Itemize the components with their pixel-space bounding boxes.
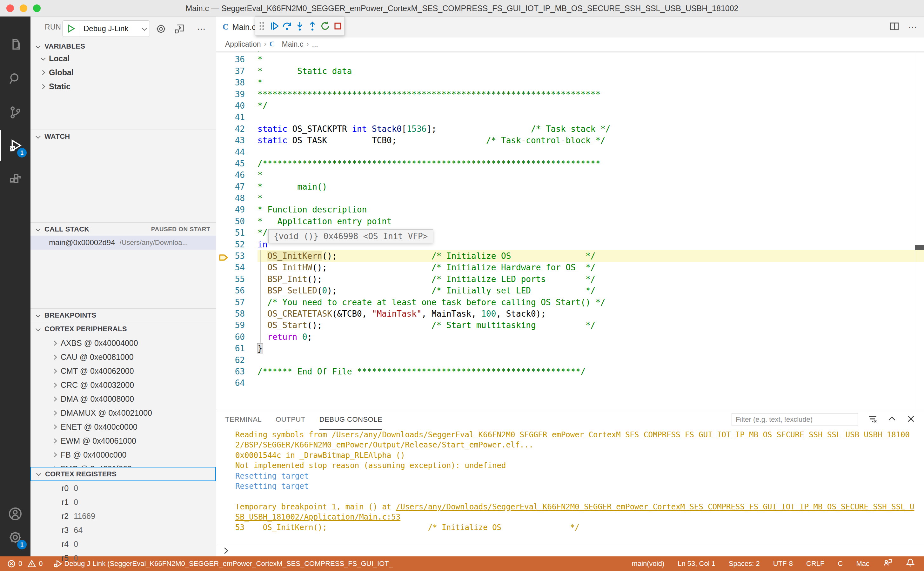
step-over-icon[interactable] [281,17,293,35]
line-number[interactable]: 38 [216,77,245,88]
register-row[interactable]: r00 [31,481,216,495]
notifications-bell-icon[interactable] [905,558,915,569]
line-number[interactable]: 60 [216,331,245,343]
eol-status[interactable]: CRLF [806,560,824,568]
views-more-actions[interactable]: ⋯ [195,22,208,35]
register-row[interactable]: r50 [31,551,216,565]
line-number[interactable]: 41 [216,111,245,123]
overview-ruler[interactable] [915,51,924,409]
register-row[interactable]: r40 [31,537,216,551]
variables-section-header[interactable]: VARIABLES [31,40,216,53]
launch-settings-gear-icon[interactable] [154,22,168,35]
code-line[interactable]: 45/*************************************… [216,158,924,169]
code-line[interactable]: 38* [216,77,924,88]
code-line[interactable]: 36* [216,54,924,65]
code-line[interactable]: 55 BSP_Init(); /* Initialize LED ports *… [216,273,924,285]
line-number[interactable]: 51 [216,227,245,239]
line-number[interactable]: 64 [216,377,245,389]
line-number[interactable]: 44 [216,147,245,158]
explorer-icon[interactable] [0,30,31,60]
peripheral-item[interactable]: FB @ 0x4000c000 [31,448,216,462]
line-number[interactable]: 43 [216,135,245,146]
line-number[interactable]: 47 [216,181,245,193]
code-line[interactable]: 61} [216,343,924,354]
settings-gear-icon[interactable]: 1 [0,522,31,552]
code-line[interactable]: 57 /* You need to create at least one ta… [216,296,924,308]
breadcrumb-file[interactable]: Main.c [282,40,303,49]
call-stack-frame-main[interactable]: main@0x00002d94 /Users/any/Downloa... [31,236,216,250]
tab-debug-console[interactable]: DEBUG CONSOLE [319,409,382,430]
code-line[interactable]: 42static OS_STACKPTR int Stack0[1536]; /… [216,123,924,135]
editor-more-actions[interactable]: ⋯ [908,22,918,32]
register-row[interactable]: r364 [31,523,216,537]
run-and-debug-icon[interactable]: 1 [0,130,31,161]
extensions-icon[interactable] [0,165,31,195]
code-line[interactable]: 46* [216,169,924,181]
launch-config-dropdown[interactable]: Debug J-Link [62,20,150,37]
line-number[interactable]: 50 [216,216,245,227]
line-number[interactable]: 36 [216,54,245,65]
line-number[interactable]: 45 [216,158,245,169]
line-number[interactable]: 49 [216,204,245,215]
tab-main-c[interactable]: C Main.c [216,17,257,37]
peripheral-item[interactable]: DMAMUX @ 0x40021000 [31,406,216,420]
encoding-status[interactable]: UTF-8 [773,560,793,568]
code-line[interactable]: 44 [216,147,924,158]
peripheral-item[interactable]: ENET @ 0x400c0000 [31,420,216,434]
line-number[interactable]: 62 [216,354,245,366]
cortex-registers-section-header[interactable]: CORTEX REGISTERS [31,467,216,481]
variables-scope-static[interactable]: Static [31,79,216,93]
code-line[interactable]: 47* main() [216,181,924,193]
line-number[interactable]: 40 [216,100,245,111]
peripheral-item[interactable]: DMA @ 0x40008000 [31,392,216,406]
breadcrumb-folder[interactable]: Application [225,40,261,49]
line-number[interactable]: 52 [216,239,245,250]
console-file-link[interactable]: SB_USBH_181002/Application/Main.c:53 [235,512,400,522]
code-line[interactable]: 40*/ [216,100,924,111]
line-number[interactable]: 39 [216,89,245,100]
code-line[interactable]: 41 [216,111,924,123]
code-line[interactable]: 56 BSP_SetLED(0); /* Initially set LED *… [216,285,924,296]
console-filter-input[interactable] [736,415,858,424]
cortex-peripherals-section-header[interactable]: CORTEX PERIPHERALS [31,323,216,336]
filter-icon[interactable] [867,414,878,425]
code-line[interactable]: 58 OS_CREATETASK(&TCB0, "MainTask", Main… [216,308,924,319]
line-number[interactable]: 42 [216,123,245,135]
watch-section-header[interactable]: WATCH [31,130,216,143]
symbol-status[interactable]: main(void) [632,560,665,568]
cursor-position-status[interactable]: Ln 53, Col 1 [677,560,716,568]
search-icon[interactable] [0,63,31,94]
stop-icon[interactable] [332,17,344,35]
source-control-icon[interactable] [0,97,31,128]
code-line[interactable]: 59 OS_Start(); /* Start multitasking */ [216,319,924,331]
debug-console-icon[interactable] [173,22,186,35]
line-number[interactable]: 46 [216,169,245,181]
code-line[interactable]: 48* [216,193,924,204]
code-line[interactable]: 63/****** End Of File ******************… [216,366,924,377]
breadcrumb-symbol[interactable]: ... [312,40,318,49]
line-number[interactable]: 63 [216,366,245,377]
drag-grip-icon[interactable] [255,17,268,35]
register-row[interactable]: r211669 [31,509,216,523]
code-editor[interactable]: 35/*************************************… [216,51,924,409]
tab-terminal[interactable]: TERMINAL [225,409,262,430]
continue-icon[interactable] [268,17,281,35]
peripheral-item[interactable]: AXBS @ 0x40004000 [31,336,216,350]
code-line[interactable]: 39**************************************… [216,89,924,100]
code-line[interactable]: 54 OS_InitHW(); /* Initialize Hardware f… [216,262,924,273]
maximize-panel-icon[interactable] [887,414,897,425]
indentation-status[interactable]: Spaces: 2 [729,560,760,568]
line-number[interactable]: 55 [216,273,245,285]
line-number[interactable]: 54 [216,262,245,273]
code-line[interactable]: 50* Application entry point [216,216,924,227]
console-file-link[interactable]: /Users/any/Downloads/SeggerEval_K66FN2M0… [396,502,915,511]
line-number[interactable]: 59 [216,319,245,331]
tab-output[interactable]: OUTPUT [276,409,305,430]
peripheral-item[interactable]: EWM @ 0x40061000 [31,434,216,448]
line-number[interactable]: 58 [216,308,245,319]
code-line[interactable]: 43static OS_TASK TCB0; /* Task-control-b… [216,135,924,146]
call-stack-section-header[interactable]: CALL STACK PAUSED ON START [31,222,216,236]
language-status[interactable]: C [838,560,843,568]
line-number[interactable]: 57 [216,296,245,308]
breakpoints-section-header[interactable]: BREAKPOINTS [31,309,216,322]
